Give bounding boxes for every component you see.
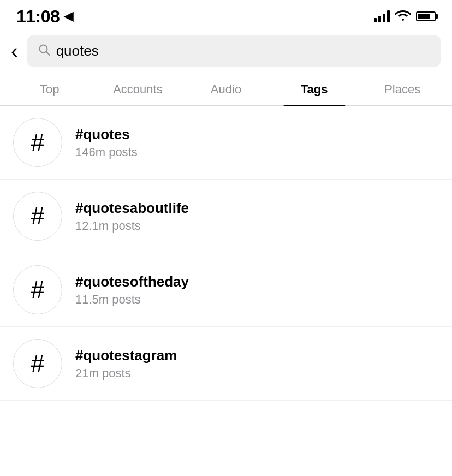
tag-info: #quotesoftheday 11.5m posts <box>75 273 189 307</box>
tag-count: 12.1m posts <box>75 219 189 233</box>
wifi-icon <box>395 9 411 24</box>
tag-info: #quotesaboutlife 12.1m posts <box>75 200 189 233</box>
svg-line-1 <box>46 52 50 55</box>
tab-accounts[interactable]: Accounts <box>94 75 182 105</box>
tag-name: #quotesoftheday <box>75 273 189 290</box>
hash-icon: # <box>31 278 44 302</box>
battery-icon <box>416 11 436 21</box>
tag-list-item[interactable]: # #quotes 146m posts <box>0 106 452 180</box>
tabs-nav: Top Accounts Audio Tags Places <box>0 75 452 106</box>
tab-places[interactable]: Places <box>358 75 447 105</box>
tag-list-item[interactable]: # #quotesaboutlife 12.1m posts <box>0 180 452 253</box>
tag-icon-circle: # <box>13 118 62 167</box>
tag-name: #quotesaboutlife <box>75 200 189 217</box>
status-bar: 11:08 ◀ <box>0 0 452 29</box>
hash-icon: # <box>31 204 44 228</box>
hash-icon: # <box>31 130 44 154</box>
tag-list: # #quotes 146m posts # #quotesaboutlife … <box>0 106 452 401</box>
search-icon <box>38 43 51 59</box>
status-icons <box>374 9 436 24</box>
tag-count: 21m posts <box>75 366 177 380</box>
tag-info: #quotes 146m posts <box>75 126 138 159</box>
location-arrow-icon: ◀ <box>64 9 73 23</box>
tag-icon-circle: # <box>13 265 62 314</box>
tag-icon-circle: # <box>13 339 62 388</box>
tag-icon-circle: # <box>13 192 62 241</box>
search-query-text: quotes <box>56 43 99 59</box>
hash-icon: # <box>31 352 44 376</box>
search-header: ‹ quotes <box>0 29 452 75</box>
back-button[interactable]: ‹ <box>11 41 18 62</box>
tag-name: #quotestagram <box>75 347 177 364</box>
tag-info: #quotestagram 21m posts <box>75 347 177 380</box>
search-bar[interactable]: quotes <box>27 35 441 67</box>
tag-count: 11.5m posts <box>75 293 189 307</box>
signal-icon <box>374 10 390 22</box>
tab-tags[interactable]: Tags <box>270 75 359 105</box>
tag-list-item[interactable]: # #quotesoftheday 11.5m posts <box>0 253 452 327</box>
tag-count: 146m posts <box>75 145 138 159</box>
status-time: 11:08 <box>16 7 60 27</box>
tab-top[interactable]: Top <box>5 75 94 105</box>
tag-list-item[interactable]: # #quotestagram 21m posts <box>0 327 452 401</box>
tab-audio[interactable]: Audio <box>182 75 270 105</box>
tag-name: #quotes <box>75 126 138 143</box>
